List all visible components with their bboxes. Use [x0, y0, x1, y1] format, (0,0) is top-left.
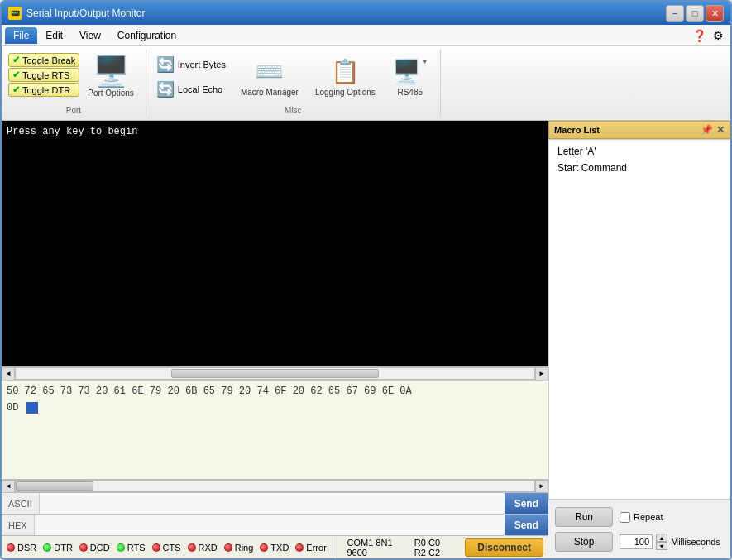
port-detail: R0 C0 R2 C2	[414, 538, 452, 558]
rs485-button[interactable]: 🖥️ ▼ RS485	[387, 55, 433, 100]
misc-group-content: 🔄 Invert Bytes 🔄 Local Echo ⌨️ Macro Man…	[153, 50, 433, 104]
right-panel: Macro List 📌 ✕ Letter 'A' Start Command …	[548, 121, 730, 558]
run-stop-area: Run Repeat Stop ▲ ▼ Milliseconds	[548, 500, 730, 558]
ascii-input[interactable]	[40, 499, 505, 509]
misc-small-buttons: 🔄 Invert Bytes 🔄 Local Echo	[153, 54, 229, 100]
led-error	[295, 543, 304, 552]
led-dsr	[7, 543, 15, 552]
menu-view[interactable]: View	[71, 27, 109, 44]
hex-line-1: 50 72 65 73 73 20 61 6E 79 20 6B 65 79 2…	[7, 385, 543, 397]
invert-bytes-label: Invert Bytes	[178, 60, 226, 69]
macro-pin-button[interactable]: 📌	[701, 124, 713, 136]
ascii-send-button[interactable]: Send	[505, 493, 548, 514]
ms-spin-up[interactable]: ▲	[656, 534, 667, 542]
scrollbar-track[interactable]	[15, 367, 535, 380]
scrollbar-thumb[interactable]	[171, 369, 379, 378]
label-ring: Ring	[235, 543, 254, 553]
scroll-right-arrow[interactable]: ►	[535, 367, 548, 381]
hex-scrollbar[interactable]: ◄ ►	[2, 479, 548, 492]
port-group-content: ✔ Toggle Break ✔ Toggle RTS ✔ Toggle DTR…	[8, 50, 139, 104]
macro-list-title: Macro List	[554, 125, 600, 135]
toggle-buttons: ✔ Toggle Break ✔ Toggle RTS ✔ Toggle DTR	[8, 53, 79, 97]
check-icon-dtr: ✔	[12, 84, 20, 95]
status-dtr: DTR	[43, 543, 73, 553]
toggle-dtr-button[interactable]: ✔ Toggle DTR	[8, 83, 79, 97]
content-area: Press any key to begin ◄ ► 50 72 65 73 7…	[2, 121, 730, 558]
rs485-label: RS485	[397, 88, 423, 97]
run-button[interactable]: Run	[555, 507, 613, 527]
title-bar: 📟 Serial Input/Output Monitor − □ ✕	[2, 2, 730, 25]
ribbon: ✔ Toggle Break ✔ Toggle RTS ✔ Toggle DTR…	[2, 46, 730, 121]
window-controls: − □ ✕	[666, 5, 724, 22]
settings-icon[interactable]: ⚙	[710, 29, 727, 42]
hex-scroll-right[interactable]: ►	[535, 480, 548, 493]
label-rts: RTS	[127, 543, 146, 553]
local-echo-label: Local Echo	[178, 84, 222, 94]
toggle-rts-button[interactable]: ✔ Toggle RTS	[8, 68, 79, 82]
terminal-scrollbar[interactable]: ◄ ►	[2, 366, 548, 380]
rs485-dropdown-icon[interactable]: ▼	[422, 58, 428, 65]
minimize-button[interactable]: −	[666, 5, 684, 22]
macro-item-1[interactable]: Start Command	[553, 160, 726, 176]
repeat-checkbox[interactable]	[620, 512, 630, 523]
ribbon-group-port: ✔ Toggle Break ✔ Toggle RTS ✔ Toggle DTR…	[2, 50, 146, 117]
scroll-left-arrow[interactable]: ◄	[2, 367, 15, 381]
ms-input-row: ▲ ▼ Milliseconds	[620, 534, 720, 550]
invert-bytes-button[interactable]: 🔄 Invert Bytes	[153, 54, 229, 75]
menu-edit[interactable]: Edit	[37, 27, 71, 44]
toggle-break-button[interactable]: ✔ Toggle Break	[8, 53, 79, 67]
macro-close-button[interactable]: ✕	[716, 124, 725, 136]
led-rxd	[188, 543, 196, 552]
label-dsr: DSR	[17, 543, 36, 553]
hex-line-2: 0D	[7, 402, 543, 414]
ms-spin-down[interactable]: ▼	[656, 542, 667, 550]
local-echo-button[interactable]: 🔄 Local Echo	[153, 79, 229, 100]
hex-scrollbar-track[interactable]	[15, 480, 535, 492]
close-button[interactable]: ✕	[706, 5, 724, 22]
port-options-button[interactable]: 🖥️ Port Options	[83, 53, 139, 101]
led-dtr	[43, 543, 51, 552]
menu-configuration[interactable]: Configuration	[109, 27, 184, 44]
invert-bytes-icon: 🔄	[156, 55, 175, 74]
toggle-dtr-label: Toggle DTR	[22, 85, 70, 95]
ascii-input-bar: ASCII Send	[2, 492, 548, 514]
label-rxd: RXD	[199, 543, 218, 553]
menu-file[interactable]: File	[5, 27, 37, 44]
left-content: Press any key to begin ◄ ► 50 72 65 73 7…	[2, 121, 548, 558]
repeat-check: Repeat	[620, 512, 663, 523]
window-title: Serial Input/Output Monitor	[26, 7, 145, 19]
label-txd: TXD	[270, 543, 289, 553]
logging-options-button[interactable]: 📋 Logging Options	[310, 55, 380, 100]
ms-value-input[interactable]	[620, 534, 653, 549]
terminal-text: Press any key to begin	[7, 126, 137, 137]
disconnect-button[interactable]: Disconnect	[465, 538, 543, 557]
run-row: Run Repeat	[555, 507, 724, 527]
status-dsr: DSR	[7, 543, 36, 553]
maximize-button[interactable]: □	[686, 5, 704, 22]
macro-item-0[interactable]: Letter 'A'	[553, 143, 726, 160]
stop-button[interactable]: Stop	[555, 532, 613, 552]
port-group-label: Port	[66, 104, 81, 117]
led-txd	[260, 543, 268, 552]
terminal-output[interactable]: Press any key to begin	[2, 121, 548, 366]
status-rts: RTS	[117, 543, 146, 553]
help-icon[interactable]: ❓	[689, 29, 710, 42]
ms-label: Milliseconds	[671, 537, 720, 547]
led-dcd	[79, 543, 88, 552]
macro-manager-button[interactable]: ⌨️ Macro Manager	[236, 55, 304, 100]
status-dcd: DCD	[79, 543, 110, 553]
hex-view: 50 72 65 73 73 20 61 6E 79 20 6B 65 79 2…	[2, 380, 548, 479]
hex-scrollbar-thumb[interactable]	[16, 481, 93, 491]
hex-send-button[interactable]: Send	[505, 515, 548, 535]
hex-input[interactable]	[35, 520, 505, 530]
led-cts	[152, 543, 160, 552]
macro-manager-label: Macro Manager	[241, 88, 299, 97]
toggle-rts-label: Toggle RTS	[22, 70, 69, 80]
label-dtr: DTR	[54, 543, 73, 553]
hex-input-bar: HEX Send	[2, 514, 548, 535]
hex-scroll-left[interactable]: ◄	[2, 480, 15, 493]
macro-manager-icon: ⌨️	[255, 58, 284, 85]
port-options-label: Port Options	[88, 89, 134, 98]
port-info: COM1 8N1 9600	[347, 538, 395, 558]
hex-label: HEX	[2, 515, 35, 535]
